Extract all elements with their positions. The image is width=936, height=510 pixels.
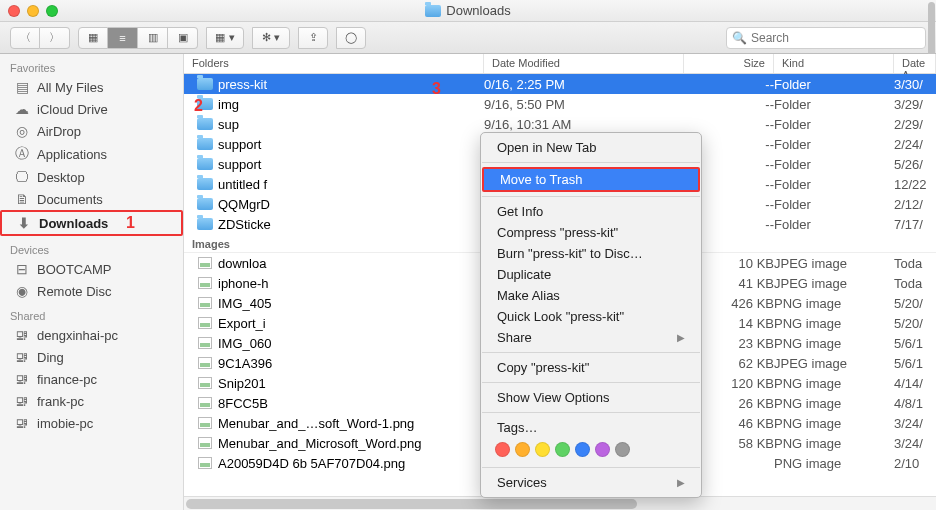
sidebar-item-imobie-pc[interactable]: 🖳imobie-pc [0, 412, 183, 434]
tag-color[interactable] [555, 442, 570, 457]
image-icon [192, 257, 218, 269]
cell-kind: Folder [774, 177, 894, 192]
cell-kind: Folder [774, 197, 894, 212]
window-title: Downloads [0, 3, 936, 18]
action-button[interactable]: ✻ ▾ [252, 27, 290, 49]
back-button[interactable]: 〈 [10, 27, 40, 49]
menu-item-label: Quick Look "press-kit" [497, 309, 624, 324]
sidebar-item-all-my-files[interactable]: ▤All My Files [0, 76, 183, 98]
search-input[interactable] [726, 27, 926, 49]
sidebar-item-remote-disc[interactable]: ◉Remote Disc [0, 280, 183, 302]
sidebar-item-label: BOOTCAMP [37, 262, 111, 277]
cell-kind: Folder [774, 117, 894, 132]
sidebar-item-dengxinhai-pc[interactable]: 🖳dengxinhai-pc [0, 324, 183, 346]
col-name[interactable]: Folders [184, 54, 484, 73]
cell-size: -- [684, 97, 774, 112]
cell-kind: JPEG image [774, 356, 894, 371]
tag-color[interactable] [495, 442, 510, 457]
downloads-icon: ⬇ [16, 215, 32, 231]
menu-item-quick-look-press-kit-[interactable]: Quick Look "press-kit" [481, 306, 701, 327]
apps-icon: Ⓐ [14, 145, 30, 163]
file-row[interactable]: img9/16, 5:50 PM--Folder3/29/ [184, 94, 936, 114]
menu-item-move-to-trash[interactable]: Move to Trash [482, 167, 700, 192]
cell-name: img [218, 97, 484, 112]
cell-dateA: 3/30/ [894, 77, 928, 92]
cell-dateA: 3/24/ [894, 416, 928, 431]
cell-kind: JPEG image [774, 276, 894, 291]
menu-item-tags-[interactable]: Tags… [481, 417, 701, 438]
folder-icon [425, 5, 441, 17]
share-button[interactable]: ⇪ [298, 27, 328, 49]
menu-item-duplicate[interactable]: Duplicate [481, 264, 701, 285]
nav-buttons: 〈 〉 [10, 27, 70, 49]
folder-icon [192, 118, 218, 130]
sidebar-item-bootcamp[interactable]: ⊟BOOTCAMP [0, 258, 183, 280]
menu-item-label: Open in New Tab [497, 140, 597, 155]
file-row[interactable]: press-kit0/16, 2:25 PM--Folder3/30/ [184, 74, 936, 94]
cell-kind: PNG image [774, 316, 894, 331]
cell-dateA: Toda [894, 276, 928, 291]
search-field[interactable]: 🔍 [726, 27, 926, 49]
sidebar-item-applications[interactable]: ⒶApplications [0, 142, 183, 166]
view-mode: ▦ ≡ ▥ ▣ [78, 27, 198, 49]
sidebar-item-icloud-drive[interactable]: ☁iCloud Drive [0, 98, 183, 120]
disk-icon: ⊟ [14, 261, 30, 277]
column-view-button[interactable]: ▥ [138, 27, 168, 49]
cell-size: -- [684, 117, 774, 132]
sidebar-item-label: dengxinhai-pc [37, 328, 118, 343]
cell-kind: PNG image [774, 376, 894, 391]
image-icon [192, 377, 218, 389]
menu-item-share[interactable]: Share▶ [481, 327, 701, 348]
col-kind[interactable]: Kind [774, 54, 894, 73]
menu-item-get-info[interactable]: Get Info [481, 201, 701, 222]
menu-item-copy-press-kit-[interactable]: Copy "press-kit" [481, 357, 701, 378]
list-view-button[interactable]: ≡ [108, 27, 138, 49]
menu-item-label: Get Info [497, 204, 543, 219]
sidebar-item-frank-pc[interactable]: 🖳frank-pc [0, 390, 183, 412]
cell-name: IMG_060 [218, 336, 484, 351]
tag-color[interactable] [615, 442, 630, 457]
menu-item-show-view-options[interactable]: Show View Options [481, 387, 701, 408]
tags-button[interactable]: ◯ [336, 27, 366, 49]
tag-color[interactable] [535, 442, 550, 457]
cell-dateA: 3/24/ [894, 436, 928, 451]
image-icon [192, 277, 218, 289]
sidebar-item-finance-pc[interactable]: 🖳finance-pc [0, 368, 183, 390]
cell-size: -- [684, 77, 774, 92]
cell-name: downloa [218, 256, 484, 271]
submenu-arrow-icon: ▶ [677, 477, 685, 488]
menu-item-services[interactable]: Services▶ [481, 472, 701, 493]
sidebar-item-downloads[interactable]: ⬇Downloads [0, 210, 183, 236]
menu-item-open-in-new-tab[interactable]: Open in New Tab [481, 137, 701, 158]
cell-kind: Folder [774, 137, 894, 152]
tag-color[interactable] [575, 442, 590, 457]
sidebar-item-airdrop[interactable]: ◎AirDrop [0, 120, 183, 142]
menu-item-label: Tags… [497, 420, 537, 435]
menu-item-label: Duplicate [497, 267, 551, 282]
menu-item-label: Compress "press-kit" [497, 225, 618, 240]
sidebar-item-documents[interactable]: 🗎Documents [0, 188, 183, 210]
menu-item-make-alias[interactable]: Make Alias [481, 285, 701, 306]
file-row[interactable]: sup9/16, 10:31 AM--Folder2/29/ [184, 114, 936, 134]
tag-color[interactable] [595, 442, 610, 457]
titlebar: Downloads [0, 0, 936, 22]
menu-item-label: Copy "press-kit" [497, 360, 589, 375]
arrange-button[interactable]: ▦ ▾ [206, 27, 244, 49]
forward-button[interactable]: 〉 [40, 27, 70, 49]
tag-color[interactable] [515, 442, 530, 457]
menu-item-burn-press-kit-to-disc-[interactable]: Burn "press-kit" to Disc… [481, 243, 701, 264]
sidebar-item-ding[interactable]: 🖳Ding [0, 346, 183, 368]
gallery-view-button[interactable]: ▣ [168, 27, 198, 49]
horizontal-scrollbar[interactable] [184, 496, 936, 510]
cell-name: press-kit [218, 77, 484, 92]
icon-view-button[interactable]: ▦ [78, 27, 108, 49]
menu-item-compress-press-kit-[interactable]: Compress "press-kit" [481, 222, 701, 243]
scrollbar-thumb[interactable] [186, 499, 637, 509]
cell-name: support [218, 137, 484, 152]
col-date[interactable]: Date Modified [484, 54, 684, 73]
cell-dateA: Toda [894, 256, 928, 271]
sidebar-item-label: Documents [37, 192, 103, 207]
sidebar-item-desktop[interactable]: 🖵Desktop [0, 166, 183, 188]
col-date-added[interactable]: Date A [894, 54, 936, 73]
col-size[interactable]: Size [684, 54, 774, 73]
